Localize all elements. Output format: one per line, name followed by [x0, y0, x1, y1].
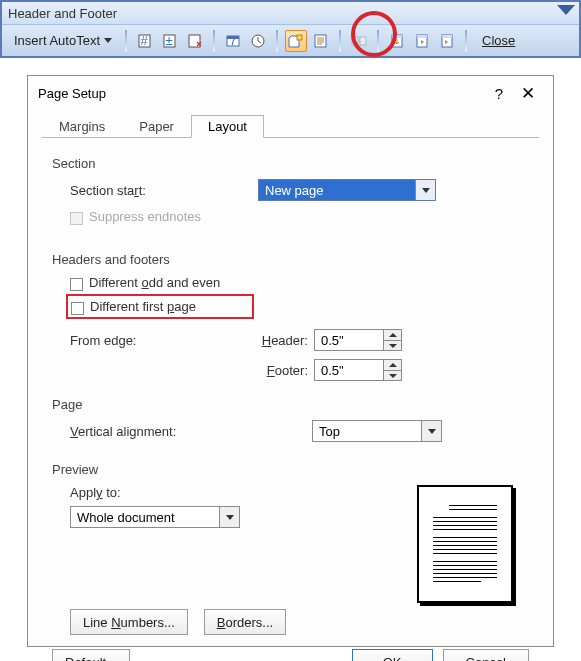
svg-rect-10: [315, 35, 326, 47]
apply-to-select[interactable]: Whole document: [70, 506, 240, 528]
different-first-page-checkbox[interactable]: [71, 302, 84, 315]
svg-rect-16: [417, 35, 427, 38]
close-label: Close: [482, 33, 515, 48]
extras-row: Line Numbers... Borders...: [70, 609, 529, 635]
header-spin[interactable]: 0.5": [314, 329, 402, 351]
format-page-number-button[interactable]: [184, 30, 206, 52]
page-setup-dialog: Page Setup ? ✕ Margins Paper Layout Sect…: [27, 75, 554, 647]
different-first-page-label: Different first page: [90, 299, 196, 314]
page-group-label: Page: [52, 397, 529, 412]
suppress-endnotes-checkbox: [70, 212, 83, 225]
same-as-previous-button: [348, 30, 370, 52]
vertical-alignment-row: Vertical alignment: Top: [70, 420, 529, 442]
section-group-label: Section: [52, 156, 529, 171]
dialog-title-text: Page Setup: [38, 86, 106, 101]
svg-rect-11: [352, 37, 358, 45]
svg-rect-12: [360, 37, 366, 45]
apply-to-value: Whole document: [71, 510, 219, 525]
footer-edge-row: Footer: 0.5": [70, 359, 529, 381]
spin-down-icon[interactable]: [384, 370, 401, 380]
svg-text:±: ±: [165, 33, 172, 48]
show-next-button[interactable]: [436, 30, 458, 52]
layout-panel: Section Section start: New page Suppress…: [42, 138, 539, 661]
close-button[interactable]: ✕: [513, 83, 543, 104]
from-edge-row: From edge: Header: 0.5": [70, 329, 529, 351]
different-odd-even-label: Different odd and even: [89, 275, 220, 290]
tab-layout[interactable]: Layout: [191, 115, 264, 138]
toolbar-title-text: Header and Footer: [8, 6, 117, 21]
suppress-endnotes-row: Suppress endnotes: [70, 209, 529, 224]
cancel-button[interactable]: Cancel: [443, 649, 529, 661]
header-footer-toolbar-window: Header and Footer Insert AutoText # ± 7: [0, 0, 581, 58]
headers-footers-group-label: Headers and footers: [52, 252, 529, 267]
footer-spin[interactable]: 0.5": [314, 359, 402, 381]
spin-up-icon[interactable]: [384, 330, 401, 340]
insert-number-of-pages-button[interactable]: ±: [159, 30, 181, 52]
spin-up-icon[interactable]: [384, 360, 401, 370]
footer-label: Footer:: [258, 363, 314, 378]
insert-date-button[interactable]: 7: [222, 30, 244, 52]
insert-time-button[interactable]: [247, 30, 269, 52]
toolbar-options-dropdown-icon[interactable]: [557, 5, 575, 15]
from-edge-label: From edge:: [70, 333, 258, 348]
svg-rect-9: [297, 35, 302, 40]
separator: [125, 30, 127, 52]
separator: [276, 30, 278, 52]
page-preview: [417, 485, 513, 603]
insert-autotext-dropdown[interactable]: Insert AutoText: [8, 31, 118, 50]
svg-text:#: #: [140, 33, 148, 48]
default-button[interactable]: Default...: [52, 649, 130, 661]
dialog-footer: Default... OK Cancel: [52, 649, 529, 661]
close-toolbar-button[interactable]: Close: [478, 31, 519, 50]
svg-text:7: 7: [229, 33, 236, 48]
section-start-value: New page: [259, 183, 415, 198]
ok-button[interactable]: OK: [352, 649, 433, 661]
different-first-page-container: Different first page: [70, 292, 529, 319]
toolbar-buttons-row: Insert AutoText # ± 7 Close: [2, 24, 579, 56]
preview-group-label: Preview: [52, 462, 529, 477]
vertical-alignment-value: Top: [313, 424, 421, 439]
separator: [377, 30, 379, 52]
insert-autotext-label: Insert AutoText: [14, 33, 100, 48]
different-odd-even-row[interactable]: Different odd and even: [70, 275, 529, 290]
section-start-select[interactable]: New page: [258, 179, 436, 201]
vertical-alignment-label: Vertical alignment:: [70, 424, 312, 439]
annotation-highlight-box: Different first page: [66, 294, 254, 319]
show-hide-document-text-button[interactable]: [310, 30, 332, 52]
suppress-endnotes-label: Suppress endnotes: [89, 209, 201, 224]
chevron-down-icon: [104, 38, 112, 43]
preview-row: Apply to: Whole document: [70, 485, 529, 603]
spin-down-icon[interactable]: [384, 340, 401, 350]
line-numbers-button[interactable]: Line Numbers...: [70, 609, 188, 635]
header-value: 0.5": [315, 333, 383, 348]
svg-rect-14: [392, 35, 402, 38]
borders-button[interactable]: Borders...: [204, 609, 286, 635]
chevron-down-icon: [219, 507, 239, 527]
chevron-down-icon: [415, 180, 435, 200]
separator: [213, 30, 215, 52]
dialog-body: Margins Paper Layout Section Section sta…: [28, 110, 553, 661]
apply-to-label: Apply to:: [70, 485, 417, 500]
different-odd-even-checkbox[interactable]: [70, 278, 83, 291]
switch-header-footer-button[interactable]: [386, 30, 408, 52]
svg-rect-18: [442, 35, 452, 38]
footer-value: 0.5": [315, 363, 383, 378]
insert-page-number-button[interactable]: #: [134, 30, 156, 52]
section-start-label: Section start:: [70, 183, 258, 198]
page-setup-button[interactable]: [285, 30, 307, 52]
dialog-title-bar[interactable]: Page Setup ? ✕: [28, 76, 553, 110]
vertical-alignment-select[interactable]: Top: [312, 420, 442, 442]
tab-paper[interactable]: Paper: [122, 115, 191, 138]
header-label: Header:: [258, 333, 314, 348]
show-previous-button[interactable]: [411, 30, 433, 52]
tab-strip: Margins Paper Layout: [42, 114, 539, 138]
toolbar-title-bar[interactable]: Header and Footer: [2, 2, 579, 24]
section-start-row: Section start: New page: [70, 179, 529, 201]
separator: [465, 30, 467, 52]
tab-margins[interactable]: Margins: [42, 115, 122, 138]
separator: [339, 30, 341, 52]
toolbar: Header and Footer Insert AutoText # ± 7: [2, 2, 579, 56]
help-button[interactable]: ?: [485, 85, 513, 102]
chevron-down-icon: [421, 421, 441, 441]
